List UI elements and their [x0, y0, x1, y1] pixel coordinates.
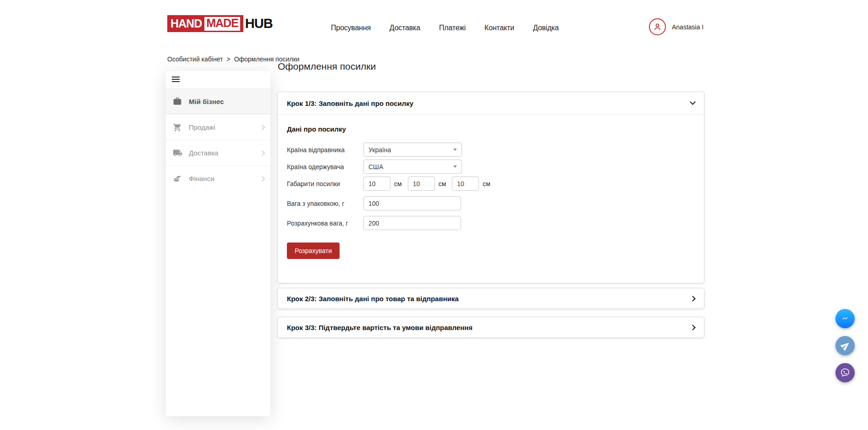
step1-body: Дані про посилку Країна відправника Укра…	[278, 115, 704, 270]
coins-icon	[172, 174, 182, 184]
step3-accordion-header[interactable]: Крок 3/3: Підтвердьте вартість та умови …	[278, 317, 704, 337]
nav-item-contacts[interactable]: Контакти	[484, 24, 514, 32]
calculated-weight-input[interactable]	[363, 216, 461, 230]
logo-hand-text: HAND	[170, 17, 202, 30]
dropdown-arrow-icon	[453, 165, 457, 168]
chevron-right-icon	[690, 296, 696, 302]
packed-weight-input[interactable]	[363, 196, 461, 210]
messenger-button[interactable]	[835, 309, 855, 328]
step3-card: Крок 3/3: Підтвердьте вартість та умови …	[277, 317, 704, 338]
breadcrumb-separator: >	[226, 55, 230, 63]
user-name: Anastasia I	[672, 23, 703, 31]
page-title: Оформлення посилки	[278, 61, 376, 72]
step1-title: Крок 1/3: Заповніть дані про посилку	[287, 99, 413, 107]
step2-accordion-header[interactable]: Крок 2/3: Заповніть дані про товар та ві…	[278, 288, 704, 309]
user-account[interactable]: Anastasia I	[649, 18, 703, 35]
avatar	[649, 18, 666, 35]
step1-accordion-header[interactable]: Крок 1/3: Заповніть дані про посилку	[278, 92, 704, 115]
cart-icon	[172, 122, 182, 132]
sidebar-item-label: Мій бізнес	[189, 98, 224, 105]
unit-cm: см	[394, 180, 402, 187]
calculate-button[interactable]: Розрахувати	[287, 243, 340, 259]
messenger-icon	[840, 314, 850, 324]
breadcrumb-home[interactable]: Особистий кабінет	[167, 55, 223, 63]
sender-country-row: Країна відправника Україна	[287, 143, 695, 157]
sidebar-item-label: Доставка	[189, 149, 218, 157]
chevron-right-icon	[259, 125, 264, 130]
hamburger-menu-icon[interactable]	[172, 77, 180, 83]
viber-icon	[840, 367, 851, 378]
dimension-width-input[interactable]	[408, 176, 435, 191]
sidebar-item-label: Фінанси	[189, 175, 214, 182]
unit-cm: см	[439, 180, 446, 187]
parcel-data-heading: Дані про посилку	[287, 125, 695, 133]
sidebar-menu: Мій бізнес Продажі Доставка	[166, 88, 270, 191]
step2-card: Крок 2/3: Заповніть дані про товар та ві…	[277, 288, 704, 309]
sidebar-item-label: Продажі	[189, 123, 215, 131]
logo-made-box: MADE	[204, 17, 240, 31]
person-icon	[653, 22, 662, 32]
briefcase-icon	[172, 96, 182, 106]
sidebar-item-my-business[interactable]: Мій бізнес	[166, 88, 270, 114]
sender-country-label: Країна відправника	[287, 146, 363, 154]
truck-icon	[172, 148, 182, 158]
logo-hub-text: HUB	[245, 16, 273, 31]
sidebar: Мій бізнес Продажі Доставка	[166, 71, 270, 416]
nav-item-payments[interactable]: Платежі	[439, 24, 466, 32]
nav-item-help[interactable]: Довідка	[533, 24, 559, 32]
recipient-country-select[interactable]: США	[363, 160, 462, 174]
sidebar-item-finances[interactable]: Фінанси	[166, 165, 270, 191]
nav-item-promotion[interactable]: Просування	[331, 24, 371, 32]
logo-red-box: HAND MADE	[167, 15, 243, 32]
chevron-right-icon	[690, 325, 696, 331]
telegram-button[interactable]	[835, 336, 855, 355]
step2-title: Крок 2/3: Заповніть дані про товар та ві…	[287, 295, 459, 303]
dropdown-arrow-icon	[453, 149, 457, 151]
recipient-country-row: Країна одержувача США	[287, 160, 695, 174]
nav-item-delivery[interactable]: Доставка	[390, 24, 420, 32]
packed-weight-label: Вага з упаковкою, г	[287, 200, 363, 207]
dimensions-label: Габарити посилки	[287, 180, 363, 187]
sender-country-value: Україна	[368, 146, 391, 154]
viber-button[interactable]	[835, 363, 855, 382]
dimension-height-input[interactable]	[452, 176, 479, 191]
chevron-down-icon	[690, 99, 696, 105]
step1-card: Крок 1/3: Заповніть дані про посилку Дан…	[277, 92, 704, 283]
unit-cm: см	[483, 180, 490, 187]
dimensions-row: Габарити посилки см см см	[287, 176, 695, 191]
step3-title: Крок 3/3: Підтвердьте вартість та умови …	[287, 324, 472, 331]
chevron-right-icon	[259, 150, 264, 155]
main-nav: Просування Доставка Платежі Контакти Дов…	[331, 24, 559, 32]
packed-weight-row: Вага з упаковкою, г	[287, 196, 695, 210]
recipient-country-label: Країна одержувача	[287, 163, 363, 171]
dimension-length-input[interactable]	[363, 176, 390, 191]
calculated-weight-row: Розрахункова вага, г	[287, 216, 695, 230]
calculated-weight-label: Розрахункова вага, г	[287, 220, 363, 227]
sidebar-item-sales[interactable]: Продажі	[166, 114, 270, 140]
sidebar-item-delivery[interactable]: Доставка	[166, 140, 270, 165]
chevron-right-icon	[259, 176, 264, 181]
sender-country-select[interactable]: Україна	[363, 143, 462, 157]
recipient-country-value: США	[368, 163, 383, 171]
handmade-hub-logo[interactable]: HAND MADE HUB	[167, 15, 273, 32]
telegram-icon	[839, 339, 852, 353]
